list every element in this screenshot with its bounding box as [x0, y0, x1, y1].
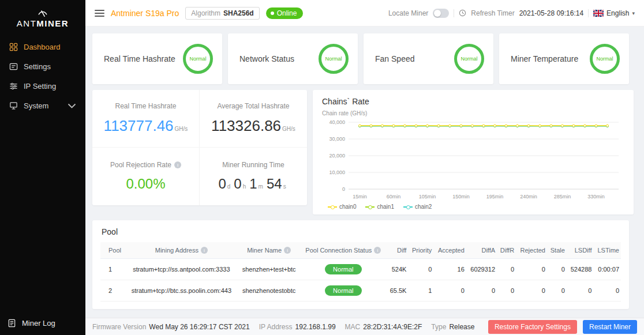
footer-label: IP Address — [259, 323, 293, 331]
col-lsdiff: LSDiff — [567, 242, 594, 259]
refresh-time-value: 2021-05-28 09:16:14 — [519, 9, 583, 17]
status-footer: Firmware Version Wed May 26 16:29:17 CST… — [85, 318, 644, 335]
top-header: Antminer S19a Pro Algorithm SHA256d Onli… — [85, 0, 644, 27]
hours-unit: h — [243, 183, 246, 190]
cell-priority: 1 — [408, 280, 433, 302]
svg-text:20,000: 20,000 — [329, 153, 345, 159]
miner-model-title: Antminer S19a Pro — [111, 9, 179, 18]
chains-rate-chart: 010,00020,00030,00040,00015min60min105mi… — [322, 116, 626, 203]
sidebar-item-label: System — [24, 101, 48, 110]
pool-table-wrap: Pool Mining Addressi Miner Namei Pool Co… — [92, 242, 629, 302]
app-window: ANTMINER Dashboard Settings — [0, 0, 644, 335]
refresh-timer-icon[interactable] — [459, 9, 466, 17]
sidebar-item-miner-log[interactable]: Miner Log — [0, 311, 85, 335]
sidebar-item-system[interactable]: System — [0, 96, 85, 115]
card-fan-speed: Fan Speed Normal — [364, 33, 493, 84]
svg-text:285min: 285min — [554, 194, 571, 200]
restart-miner-button[interactable]: Restart Miner — [583, 320, 637, 334]
ip-address-item: IP Address 192.168.1.99 — [259, 323, 336, 331]
cell-priority: 0 — [408, 259, 433, 280]
svg-text:150min: 150min — [452, 194, 470, 200]
locate-miner-toggle[interactable] — [433, 9, 449, 18]
running-hours: 0 — [234, 176, 241, 192]
col-mining-address: Mining Addressi — [125, 242, 238, 259]
svg-text:10,000: 10,000 — [329, 170, 345, 175]
stat-label: Real Time Hashrate — [115, 102, 176, 110]
col-diffr: DiffR — [497, 242, 516, 259]
stat-running-time: Miner Running Time 0d0h1m54s — [200, 148, 307, 205]
running-minutes: 1 — [249, 176, 257, 192]
legend-item-chain1[interactable]: chain1 — [365, 204, 394, 210]
chains-rate-chart-card: Chains` Rate Chain rate (GH/s) 010,00020… — [313, 90, 634, 214]
pool-table: Pool Mining Addressi Miner Namei Pool Co… — [100, 242, 621, 302]
card-title: Real Time Hashrate — [104, 54, 175, 63]
stat-value: 0.00% — [126, 176, 165, 192]
sliders-icon — [9, 82, 18, 91]
legend-marker-icon — [403, 205, 413, 209]
pool-table-header-row: Pool Mining Addressi Miner Namei Pool Co… — [100, 242, 621, 259]
svg-text:240min: 240min — [520, 194, 537, 200]
cell-diffr: 0 — [497, 280, 516, 302]
footer-label: Type — [431, 323, 446, 331]
gauge-status-label: Normal — [596, 56, 613, 62]
cell-connection-status: Normal — [300, 280, 386, 302]
logo-text: ANTMINER — [17, 18, 69, 28]
col-priority: Priority — [408, 242, 433, 259]
footer-value: 192.168.1.99 — [295, 323, 336, 331]
cell-mining-address: stratum+tcp://ss.antpool.com:3333 — [125, 259, 238, 280]
sidebar: ANTMINER Dashboard Settings — [0, 0, 85, 335]
footer-value: Wed May 26 16:29:17 CST 2021 — [149, 323, 249, 331]
info-icon[interactable]: i — [174, 161, 181, 168]
menu-toggle-icon[interactable] — [95, 10, 104, 17]
footer-label: MAC — [345, 323, 361, 331]
sidebar-item-label: IP Setting — [24, 82, 56, 91]
gauge-status-label: Normal — [460, 56, 477, 62]
stat-rejection-rate: Pool Rejection Rate i 0.00% — [92, 148, 200, 205]
legend-item-chain2[interactable]: chain2 — [403, 204, 432, 210]
hashrate-unit: GH/s — [282, 126, 295, 132]
legend-item-chain0[interactable]: chain0 — [328, 204, 356, 210]
miner-log-label: Miner Log — [22, 319, 55, 328]
info-icon[interactable]: i — [284, 247, 291, 254]
restore-factory-settings-button[interactable]: Restore Factory Settings — [488, 320, 577, 334]
col-diff: Diff — [387, 242, 409, 259]
algorithm-value: SHA256d — [223, 9, 254, 17]
stat-label: Miner Running Time — [222, 161, 284, 169]
footer-label: Firmware Version — [92, 323, 146, 331]
cell-pool-number: 1 — [100, 259, 125, 280]
language-label: English — [606, 9, 629, 17]
algorithm-label: Algorithm — [191, 9, 220, 17]
status-cards-row: Real Time Hashrate Normal Network Status… — [92, 33, 629, 84]
language-selector[interactable]: English ▾ — [593, 9, 635, 17]
info-icon[interactable]: i — [201, 247, 208, 254]
pool-section-title: Pool — [92, 220, 629, 242]
cell-miner-name: shenzhen+test+btc — [238, 259, 300, 280]
card-title: Fan Speed — [375, 54, 415, 63]
sidebar-item-dashboard[interactable]: Dashboard — [0, 37, 85, 57]
col-rejected: Rejected — [516, 242, 547, 259]
cell-stale: 0 — [547, 259, 567, 280]
algorithm-tag: Algorithm SHA256d — [185, 7, 259, 20]
cell-rejected: 0 — [516, 280, 547, 302]
legend-label: chain2 — [415, 204, 432, 210]
caret-down-icon: ▾ — [632, 10, 635, 16]
card-title: Miner Temperature — [511, 54, 578, 63]
info-icon[interactable]: i — [374, 247, 381, 254]
sidebar-item-settings[interactable]: Settings — [0, 57, 85, 76]
footer-value: 28:2D:31:4A:9E:2F — [363, 323, 422, 331]
sidebar-item-label: Dashboard — [24, 43, 61, 51]
online-status-badge: Online — [266, 7, 304, 19]
minutes-unit: m — [259, 183, 263, 190]
sidebar-spacer — [0, 115, 85, 311]
pool-table-row: 2 stratum+tcp://btc.ss.poolin.com:443 sh… — [100, 280, 621, 302]
online-status-label: Online — [277, 9, 297, 17]
svg-text:60min: 60min — [387, 194, 401, 200]
svg-text:30,000: 30,000 — [329, 136, 345, 142]
col-lstime: LSTime — [593, 242, 621, 259]
cell-stale: 0 — [547, 280, 567, 302]
cell-diff: 524K — [387, 259, 409, 280]
sidebar-item-ip-setting[interactable]: IP Setting — [0, 76, 85, 96]
system-icon — [9, 101, 18, 110]
col-pool-connection-status: Pool Connection Statusi — [300, 242, 386, 259]
col-diffa: DiffA — [466, 242, 497, 259]
